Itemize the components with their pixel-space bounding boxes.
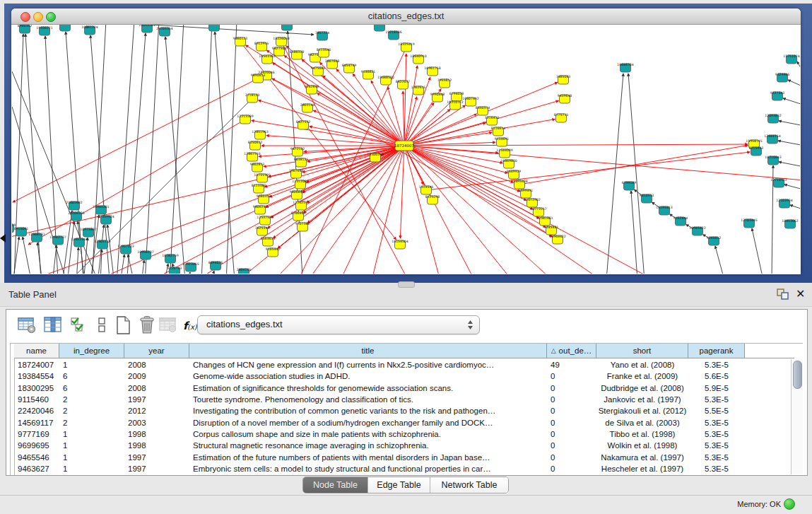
table-cell[interactable]: 14569117 [14,419,59,427]
network-edge[interactable] [404,105,465,146]
table-cell[interactable]: 0 [547,430,596,438]
network-edge[interactable] [120,255,124,274]
table-cell[interactable]: 2003 [124,419,189,427]
table-cell[interactable]: 2 [59,407,124,415]
table-row[interactable]: 911546021997Tourette syndrome. Phenomeno… [14,394,794,405]
table-body[interactable]: 1872400712008Changes of HCN gene express… [14,359,794,474]
table-cell[interactable]: 22420046 [14,407,59,415]
table-cell[interactable]: 5.9E-5 [688,384,745,392]
table-cell[interactable]: 0 [547,407,596,415]
table-cell[interactable]: Franke et al. (2009) [596,372,688,380]
table-cell[interactable]: 6 [59,384,124,392]
table-cell[interactable]: 5.3E-5 [688,453,745,462]
network-edge[interactable] [404,119,555,146]
network-edge[interactable] [76,247,78,274]
table-cell[interactable]: 1 [59,453,124,462]
table-row[interactable]: 946554611997Estimation of the future num… [14,451,794,462]
column-header-out_de[interactable]: △out_de… [547,344,596,358]
network-edge[interactable] [779,121,800,125]
network-edge[interactable] [307,146,404,202]
column-header-pagerank[interactable]: pagerank [688,344,745,358]
network-window[interactable]: citations_edges.txt 18724007986012389129… [11,8,801,274]
table-cell[interactable]: Hescheler et al. (1997) [596,465,688,473]
close-panel-icon[interactable]: ✕ [796,287,805,300]
table-cell[interactable]: Dudbridge et al. (2008) [596,384,688,392]
network-edge[interactable] [360,146,404,274]
column-header-title[interactable]: title [189,344,547,358]
table-row[interactable]: 1938455462009Genome-wide association stu… [14,370,794,382]
table-cell[interactable]: 5.6E-5 [688,372,745,380]
table-cell[interactable]: Estimation of the future numbers of pati… [189,453,547,462]
table-cell[interactable]: Nakamura et al. (1997) [596,453,688,462]
table-cell[interactable]: 0 [547,384,596,392]
float-panel-icon[interactable] [776,288,790,300]
table-cell[interactable]: 5.3E-5 [688,430,745,438]
table-cell[interactable]: 2008 [124,361,189,369]
network-canvas[interactable]: 1872400798601238912955182260589827508165… [12,25,800,274]
network-edge[interactable] [28,119,245,245]
tab-network-table[interactable]: Network Table [430,477,508,493]
table-row[interactable]: 2242004622012Investigating the contribut… [14,405,794,416]
table-cell[interactable]: 2 [59,395,124,404]
network-edge[interactable] [127,33,146,274]
table-cell[interactable]: 2012 [124,407,189,415]
table-select-dropdown[interactable]: citations_edges.txt [197,315,480,334]
table-cell[interactable]: 9463627 [14,465,59,473]
network-edge[interactable] [404,54,406,146]
table-cell[interactable]: 1997 [124,453,189,462]
network-edge[interactable] [12,146,404,238]
table-cell[interactable]: Yano et al. (2008) [596,361,688,369]
network-edge[interactable] [606,74,623,274]
network-edge[interactable] [268,146,404,228]
network-node[interactable] [375,25,385,31]
create-column-icon[interactable] [112,315,135,337]
network-edge[interactable] [790,205,800,209]
network-edge[interactable] [772,165,773,274]
table-cell[interactable]: Investigating the contribution of common… [189,407,547,415]
scrollbar-thumb[interactable] [793,361,802,389]
table-cell[interactable]: 1 [59,361,124,369]
table-cell[interactable]: 0 [547,372,596,380]
table-cell[interactable]: 2009 [124,372,189,380]
table-cell[interactable]: 0 [547,395,596,404]
tab-node-table[interactable]: Node Table [303,477,368,493]
table-cell[interactable]: 5.3E-5 [688,361,745,369]
network-edge[interactable] [797,62,800,68]
network-node[interactable] [60,25,71,31]
table-cell[interactable]: Estimation of significance thresholds fo… [189,384,547,392]
split-pane-collapse-arrow-icon[interactable] [0,234,6,243]
table-cell[interactable]: 5.3E-5 [688,441,745,450]
memory-status-icon[interactable] [784,498,795,510]
table-cell[interactable]: de Silva et al. (2003) [596,419,688,427]
table-row[interactable]: 1872400712008Changes of HCN gene express… [14,359,794,370]
table-cell[interactable]: 1998 [124,430,189,438]
network-edge[interactable] [783,98,800,104]
table-cell[interactable]: 1997 [124,395,189,404]
unselect-all-icon[interactable] [91,315,114,337]
table-cell[interactable]: Tourette syndrome. Phenomenology and cla… [189,395,547,404]
network-edge[interactable] [23,237,32,274]
network-edge[interactable] [252,120,404,146]
network-edge[interactable] [788,80,800,86]
network-edge[interactable] [141,260,144,274]
network-edge[interactable] [12,107,67,274]
table-cell[interactable]: 2008 [124,384,189,392]
network-edge[interactable] [353,74,404,146]
splitter-handle[interactable] [398,281,415,288]
table-cell[interactable]: Corpus callosum shape and size in male p… [189,430,547,438]
table-cell[interactable]: Disruption of a novel member of a sodium… [189,419,547,427]
network-edge[interactable] [13,78,258,202]
table-cell[interactable]: Tibbo et al. (1998) [596,430,688,438]
network-edge[interactable] [779,162,800,166]
network-edge[interactable] [265,146,404,187]
network-edge[interactable] [778,141,800,145]
network-edge[interactable] [404,132,492,146]
network-edge[interactable] [266,136,404,146]
network-edge[interactable] [98,225,104,274]
network-edge[interactable] [403,91,404,146]
network-edge[interactable] [201,25,212,274]
table-cell[interactable]: 9115460 [14,395,59,404]
table-cell[interactable]: 1 [59,465,124,473]
table-row[interactable]: 969969511998Structural magnetic resonanc… [14,440,794,451]
table-cell[interactable]: Changes of HCN gene expression and I(f) … [189,361,547,369]
